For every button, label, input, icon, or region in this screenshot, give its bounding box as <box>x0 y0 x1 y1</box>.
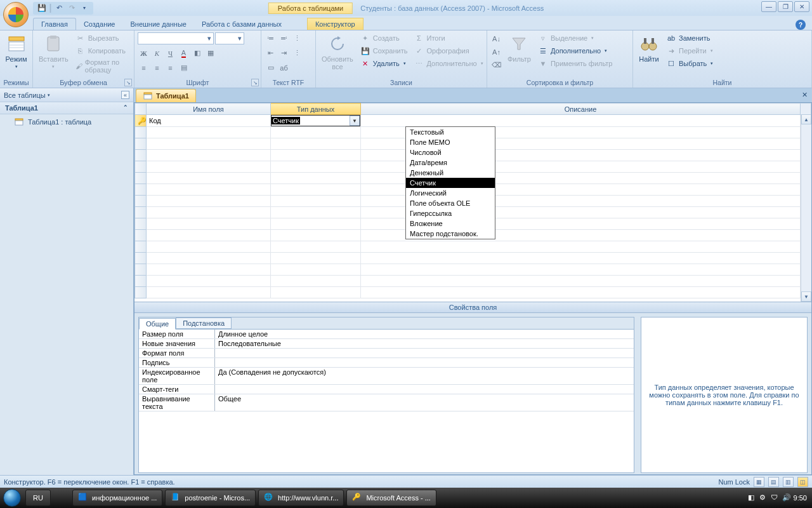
refresh-button[interactable]: Обновить все <box>319 32 356 72</box>
design-view-button[interactable]: ◫ <box>797 477 808 487</box>
sort-asc-button[interactable]: A↓ <box>490 32 502 44</box>
bold-button[interactable]: Ж <box>138 47 150 59</box>
totals-button[interactable]: ΣИтоги <box>412 32 485 44</box>
tab-home[interactable]: Главная <box>33 18 76 30</box>
datasheet-view-button[interactable]: ▦ <box>754 477 764 487</box>
ltr-button[interactable]: ▭ <box>265 62 277 74</box>
tray-icon[interactable]: 🛡 <box>771 493 780 502</box>
field-name-cell[interactable]: Код <box>147 115 271 127</box>
prop-value[interactable]: Общее <box>215 394 634 411</box>
tab-general[interactable]: Общие <box>139 318 176 330</box>
find-button[interactable]: Найти <box>636 32 662 64</box>
datatype-option[interactable]: Гиперссылка <box>406 208 495 218</box>
font-color-button[interactable]: A <box>178 47 190 59</box>
datatype-option[interactable]: Денежный <box>406 168 495 178</box>
qat-customize-icon[interactable]: ▾ <box>79 3 89 13</box>
prop-value[interactable] <box>215 349 634 358</box>
prop-value[interactable] <box>215 358 634 367</box>
clear-sort-button[interactable]: ⌫ <box>490 59 502 71</box>
save-record-button[interactable]: 💾Сохранить <box>358 45 410 57</box>
taskbar-item[interactable]: 🔑Microsoft Access - ... <box>346 490 436 506</box>
tray-icon[interactable]: ⚙ <box>759 493 768 502</box>
rtf-btn2[interactable]: ⋮ <box>291 47 303 59</box>
replace-button[interactable]: abЗаменить <box>664 32 715 44</box>
taskbar-item[interactable]: 🟦информационное ... <box>72 490 162 506</box>
datatype-option[interactable]: Вложение <box>406 218 495 229</box>
data-type-cell[interactable]: Счетчик▼ <box>271 115 361 127</box>
close-button[interactable]: ✕ <box>794 1 809 12</box>
undo-icon[interactable]: ↶ <box>54 3 64 13</box>
volume-icon[interactable]: 🔊 <box>782 493 791 502</box>
format-painter-button[interactable]: 🖌Формат по образцу <box>74 58 131 74</box>
tab-external[interactable]: Внешние данные <box>123 18 194 30</box>
font-launcher[interactable]: ↘ <box>251 79 259 86</box>
clock[interactable]: 9:50 <box>794 494 807 502</box>
datatype-option[interactable]: Счетчик <box>406 178 495 188</box>
office-button[interactable] <box>3 2 29 27</box>
document-tab[interactable]: Таблица1 <box>136 89 196 102</box>
selection-filter-button[interactable]: ▿Выделение▾ <box>536 32 615 44</box>
redo-icon[interactable]: ↷ <box>67 3 77 13</box>
gridlines-button[interactable]: ▦ <box>204 47 216 59</box>
nav-item-table[interactable]: Таблица1 : таблица <box>0 114 133 130</box>
datatype-option[interactable]: Поле объекта OLE <box>406 198 495 208</box>
nav-collapse-button[interactable]: « <box>121 91 129 99</box>
font-combo[interactable]: ▾ <box>138 32 214 44</box>
align-center-button[interactable]: ≡ <box>151 62 163 74</box>
advanced-filter-button[interactable]: ☰Дополнительно▾ <box>536 45 615 57</box>
more-button[interactable]: ⋯Дополнительно▾ <box>412 58 485 69</box>
paste-button[interactable]: Вставить ▾ <box>36 32 71 70</box>
nav-header-label[interactable]: Все таблицы <box>4 91 46 99</box>
splitter-bar[interactable]: Свойства поля <box>134 302 811 313</box>
datatype-option[interactable]: Поле МЕМО <box>406 137 495 147</box>
col-header-desc[interactable]: Описание <box>361 104 801 115</box>
delete-button[interactable]: ✕Удалить▾ <box>358 58 410 69</box>
start-button[interactable] <box>0 488 24 508</box>
pivot-table-view-button[interactable]: ▤ <box>768 477 779 487</box>
datatype-option[interactable]: Дата/время <box>406 157 495 168</box>
new-record-button[interactable]: ✦Создать <box>358 32 410 44</box>
tray-icon[interactable]: ◧ <box>748 493 757 502</box>
indent-dec-button[interactable]: ⇤ <box>265 47 277 59</box>
goto-button[interactable]: ➜Перейти▾ <box>664 45 715 57</box>
nav-group[interactable]: Таблица1⌃ <box>0 102 133 114</box>
vertical-scrollbar[interactable]: ▲▼ <box>801 114 811 302</box>
tab-lookup[interactable]: Подстановка <box>176 318 232 329</box>
spelling-button[interactable]: ✓Орфография <box>412 45 485 57</box>
language-bar[interactable]: RU <box>25 490 51 506</box>
minimize-button[interactable]: — <box>761 1 776 12</box>
description-cell[interactable] <box>361 115 801 127</box>
col-header-name[interactable]: Имя поля <box>147 104 271 115</box>
list-button[interactable]: ≔ <box>265 32 277 44</box>
view-button[interactable]: Режим ▾ <box>3 32 30 70</box>
underline-button[interactable]: Ч <box>164 47 176 59</box>
datatype-option[interactable]: Текстовый <box>406 127 495 137</box>
save-icon[interactable]: 💾 <box>37 3 47 13</box>
toggle-filter-button[interactable]: ▼Применить фильтр <box>536 58 615 69</box>
clipboard-launcher[interactable]: ↘ <box>124 79 132 86</box>
dropdown-arrow-icon[interactable]: ▼ <box>350 116 360 126</box>
numlist-button[interactable]: ≕ <box>278 32 290 44</box>
help-icon[interactable]: ? <box>796 20 806 30</box>
size-combo[interactable]: ▾ <box>215 32 244 44</box>
align-left-button[interactable]: ≡ <box>138 62 150 74</box>
datatype-option[interactable]: Логический <box>406 188 495 198</box>
fill-color-button[interactable]: ◧ <box>191 47 203 59</box>
datatype-option[interactable]: Числовой <box>406 147 495 157</box>
prop-value[interactable] <box>215 385 634 394</box>
select-all[interactable] <box>135 104 147 115</box>
taskbar-item[interactable]: 📘postroenie - Micros... <box>165 490 256 506</box>
copy-button[interactable]: ⎘Копировать <box>74 45 131 57</box>
prop-value[interactable]: Да (Совпадения не допускаются) <box>215 368 634 384</box>
prop-value[interactable]: Последовательные <box>215 339 634 348</box>
tab-dbtools[interactable]: Работа с базами данных <box>194 18 289 30</box>
indent-inc-button[interactable]: ⇥ <box>278 47 290 59</box>
taskbar-item[interactable]: 🌐http://www.vlunn.r... <box>258 490 344 506</box>
alt-row-color-button[interactable]: ▤ <box>178 62 190 74</box>
align-right-button[interactable]: ≡ <box>164 62 176 74</box>
tab-create[interactable]: Создание <box>76 18 123 30</box>
cut-button[interactable]: ✂Вырезать <box>74 32 131 44</box>
close-document-button[interactable]: ✕ <box>800 90 809 100</box>
col-header-type[interactable]: Тип данных <box>271 104 361 115</box>
row-selector[interactable]: 🔑 <box>135 115 147 127</box>
